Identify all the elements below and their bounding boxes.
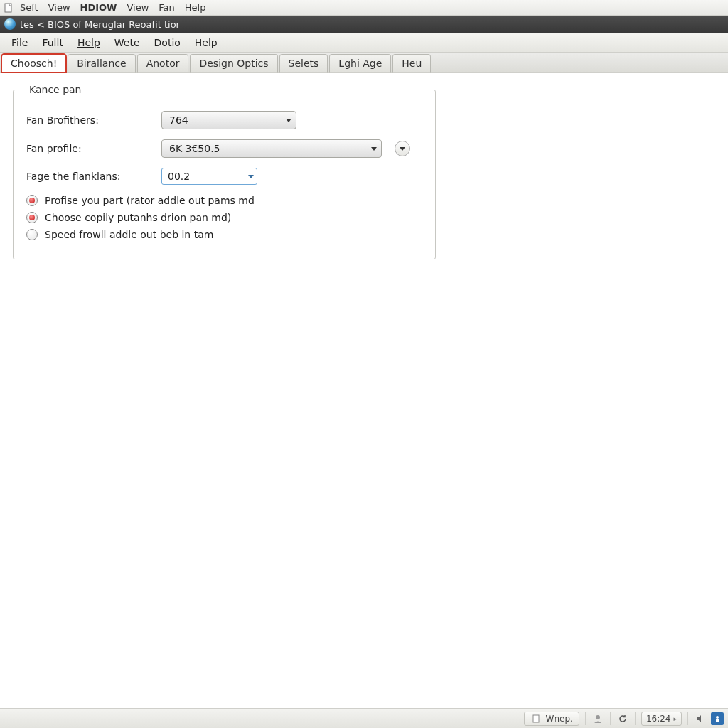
svg-point-4 bbox=[716, 716, 719, 719]
app-menubar: File Fullt Help Wete Dotio Help bbox=[0, 33, 728, 53]
os-menu-seft[interactable]: Seft bbox=[16, 1, 43, 14]
os-menubar: Seft View HDIOW View Fan Help bbox=[0, 0, 728, 16]
svg-marker-3 bbox=[697, 715, 701, 722]
tab-selets[interactable]: Selets bbox=[279, 54, 328, 73]
document-icon bbox=[3, 2, 14, 14]
globe-icon bbox=[4, 18, 16, 30]
tab-lghi-age[interactable]: Lghi Age bbox=[329, 54, 391, 73]
radio-profise-label: Profise you part (rator addle out pams m… bbox=[45, 195, 255, 206]
row-brofithers: Fan Brofithers: 764 bbox=[26, 111, 422, 129]
row-flanklans: Fage the flanklans: 00.2 bbox=[26, 168, 422, 185]
chevron-down-icon bbox=[371, 147, 377, 151]
label-profile: Fan profile: bbox=[26, 143, 154, 154]
radio-row-2[interactable]: Speed frowll addle out beb in tam bbox=[26, 229, 422, 240]
taskbar: Wnep. 16:24 ▸ bbox=[0, 708, 728, 728]
svg-rect-1 bbox=[533, 715, 539, 722]
tray-app-icon[interactable] bbox=[711, 712, 724, 725]
os-menu-hdiow[interactable]: HDIOW bbox=[76, 1, 122, 14]
tab-anotor[interactable]: Anotor bbox=[137, 54, 189, 73]
combo-flanklans[interactable]: 00.2 bbox=[161, 168, 257, 185]
document-icon bbox=[530, 712, 543, 725]
row-profile: Fan profile: 6K 3€50.5 bbox=[26, 139, 422, 158]
menu-file[interactable]: File bbox=[4, 34, 35, 51]
window-titlebar: tes < BIOS of Meruglar Reoafit tior bbox=[0, 16, 728, 33]
window-title: tes < BIOS of Meruglar Reoafit tior bbox=[20, 19, 180, 30]
taskbar-app-button[interactable]: Wnep. bbox=[524, 712, 579, 726]
divider bbox=[635, 712, 636, 725]
combo-brofithers-value: 764 bbox=[169, 114, 188, 126]
combo-profile[interactable]: 6K 3€50.5 bbox=[161, 139, 382, 158]
radio-row-0[interactable]: Profise you part (rator addle out pams m… bbox=[26, 195, 422, 206]
menu-help[interactable]: Help bbox=[70, 34, 107, 51]
chevron-down-icon bbox=[400, 147, 405, 151]
radio-speed-label: Speed frowll addle out beb in tam bbox=[45, 229, 213, 240]
refresh-icon[interactable] bbox=[616, 712, 629, 725]
divider bbox=[610, 712, 611, 725]
svg-rect-0 bbox=[5, 4, 11, 12]
taskbar-app-label: Wnep. bbox=[546, 714, 573, 724]
chevron-down-icon bbox=[286, 119, 291, 122]
combo-brofithers[interactable]: 764 bbox=[161, 111, 296, 129]
tab-choosch[interactable]: Choosch! bbox=[1, 54, 66, 73]
combo-flanklans-value: 00.2 bbox=[168, 171, 190, 182]
tab-birallance[interactable]: Birallance bbox=[68, 54, 135, 73]
menu-dotio[interactable]: Dotio bbox=[147, 34, 188, 51]
profile-expand-button[interactable] bbox=[395, 141, 410, 156]
label-brofithers: Fan Brofithers: bbox=[26, 114, 154, 126]
os-menu-help[interactable]: Help bbox=[181, 1, 210, 14]
user-icon[interactable] bbox=[592, 712, 604, 725]
combo-profile-value: 6K 3€50.5 bbox=[169, 143, 220, 154]
radio-profise[interactable] bbox=[26, 195, 38, 206]
radio-choose[interactable] bbox=[26, 212, 38, 223]
svg-rect-5 bbox=[716, 719, 719, 722]
radio-speed[interactable] bbox=[26, 229, 38, 240]
clock-text: 16:24 bbox=[646, 714, 671, 724]
group-legend: Kance pan bbox=[26, 84, 85, 95]
tab-design-optics[interactable]: Design Optics bbox=[190, 54, 277, 73]
tab-strip: Choosch! Birallance Anotor Design Optics… bbox=[0, 53, 728, 73]
volume-icon[interactable] bbox=[694, 712, 707, 725]
radio-choose-label: Choose copily putanhs drion pan md) bbox=[45, 212, 231, 223]
taskbar-clock[interactable]: 16:24 ▸ bbox=[641, 712, 682, 726]
svg-point-2 bbox=[596, 715, 600, 719]
tab-heu[interactable]: Heu bbox=[392, 54, 431, 73]
os-menu-fan[interactable]: Fan bbox=[154, 1, 179, 14]
os-menu-view2[interactable]: View bbox=[122, 1, 153, 14]
divider bbox=[687, 712, 688, 725]
radio-row-1[interactable]: Choose copily putanhs drion pan md) bbox=[26, 212, 422, 223]
menu-wete[interactable]: Wete bbox=[107, 34, 147, 51]
divider bbox=[585, 712, 586, 725]
menu-fullt[interactable]: Fullt bbox=[35, 34, 70, 51]
label-flanklans: Fage the flanklans: bbox=[26, 171, 154, 182]
menu-help2[interactable]: Help bbox=[188, 34, 225, 51]
content-area: Kance pan Fan Brofithers: 764 Fan profil… bbox=[0, 73, 728, 708]
kance-pan-group: Kance pan Fan Brofithers: 764 Fan profil… bbox=[13, 84, 436, 259]
chevron-down-icon bbox=[248, 175, 254, 178]
os-menu-view[interactable]: View bbox=[44, 1, 75, 14]
